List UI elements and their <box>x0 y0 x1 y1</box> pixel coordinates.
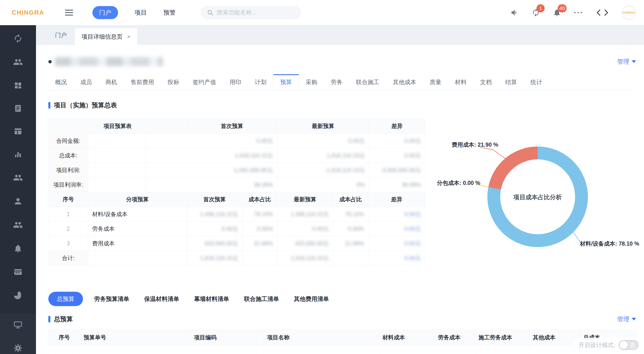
tab-portal[interactable]: 门户 <box>48 25 74 45</box>
tab-settlement[interactable]: 结算 <box>498 74 524 90</box>
cell-value: 0% <box>357 182 365 188</box>
table-row <box>48 346 636 354</box>
table-total-row: 合计: 1,918,119.15元 1,918,119.15元 0.00元 <box>48 251 425 266</box>
total-budget-table: 序号 预算单号 项目编码 项目名称 材料成本 劳务成本 施工劳务成本 其他成本 … <box>48 330 636 354</box>
left-sidebar <box>0 25 36 354</box>
dashboard-grid-icon[interactable] <box>13 81 23 90</box>
tab-presale-cost[interactable]: 售前费用 <box>124 74 161 90</box>
cell-value: 36.06% <box>254 182 273 188</box>
tab-bidding[interactable]: 投标 <box>161 74 186 90</box>
tab-overview[interactable]: 概况 <box>48 74 74 90</box>
nav-item-portal[interactable]: 门户 <box>92 6 118 19</box>
row-label: 合计: <box>48 251 88 266</box>
open-tabs-bar: 门户 项目详细信息页 × <box>36 25 644 45</box>
tab-statistics[interactable]: 统计 <box>524 74 549 90</box>
col-cost-ratio: 成本占比 <box>333 192 368 207</box>
user-icon[interactable] <box>13 196 23 206</box>
tab-seal[interactable]: 用印 <box>223 74 248 90</box>
table-row: 2 劳务成本 0.00元 0.00% 0.00元 0.00% 0.00元 <box>48 222 425 236</box>
document-list-icon[interactable] <box>13 104 23 113</box>
cell-value: 21.90% <box>254 240 273 246</box>
brand-logo: CHINGRA <box>12 9 44 16</box>
tab-labor[interactable]: 劳务 <box>324 74 349 90</box>
cell-value: 0.00% <box>348 226 364 232</box>
list-tab-joint-construction[interactable]: 联合施工清单 <box>244 295 279 303</box>
col-other-cost: 其他成本 <box>529 330 580 346</box>
nav-item-project[interactable]: 项目 <box>135 8 147 17</box>
notification-bell-icon[interactable]: 40 <box>552 8 562 17</box>
tab-label: 项目详细信息页 <box>82 33 122 41</box>
users-icon[interactable] <box>13 57 23 67</box>
donut-label-material-cost: 材料/设备成本: 78.10 % <box>580 240 639 248</box>
cell-value: 36.06% <box>402 182 421 188</box>
more-options-icon[interactable] <box>574 8 583 17</box>
manage-label: 管理 <box>617 315 630 323</box>
tab-contract-value[interactable]: 签约产值 <box>186 74 223 90</box>
close-icon[interactable]: × <box>127 34 130 40</box>
hamburger-menu-icon[interactable] <box>65 10 73 16</box>
tab-members[interactable]: 成员 <box>74 74 99 90</box>
list-tab-other-fee[interactable]: 其他费用清单 <box>294 295 329 303</box>
list-tab-labor-budget[interactable]: 劳务预算清单 <box>94 295 129 303</box>
tab-document[interactable]: 文档 <box>473 74 498 90</box>
tab-material[interactable]: 材料 <box>448 74 473 90</box>
list-tab-insulation-material[interactable]: 保温材料清单 <box>144 295 179 303</box>
detail-tabs: 概况 成员 商机 售前费用 投标 签约产值 用印 计划 预算 采购 劳务 联合施… <box>48 74 636 90</box>
tab-quality[interactable]: 质量 <box>423 74 448 90</box>
monitor-icon[interactable] <box>13 320 23 330</box>
manage-dropdown[interactable]: 管理 <box>617 315 636 323</box>
tab-opportunity[interactable]: 商机 <box>99 74 124 90</box>
col-diff: 差异 <box>369 119 425 134</box>
top-header: CHINGRA 门户 项目 预警 1 <box>0 0 644 25</box>
table-row: 1 材料/设备成本 1,498,119.15元 78.10% 1,498,119… <box>48 207 425 222</box>
user-avatar[interactable]: CHINGRA <box>622 6 636 20</box>
col-first-budget: 首次预算 <box>187 192 242 207</box>
volume-icon[interactable] <box>510 8 520 17</box>
bell-icon[interactable] <box>13 244 23 253</box>
cell-value: 420,000.00元 <box>295 240 329 246</box>
design-mode-widget: 开启设计模式: 否 <box>574 338 640 352</box>
budget-tables: 项目预算表 首次预算 最新预算 差异 合同金额: 0.00元 <box>48 118 425 268</box>
cell-value: -1,081,830.85元 <box>233 167 273 173</box>
row-label: 项目利润: <box>48 163 88 178</box>
sync-icon[interactable] <box>13 34 23 43</box>
layout-icon[interactable] <box>13 127 23 136</box>
tab-project-detail[interactable]: 项目详细信息页 × <box>75 28 137 45</box>
sidebar-bottom-section <box>0 314 36 354</box>
search-input[interactable] <box>217 9 295 16</box>
list-tab-total-budget[interactable]: 总预算 <box>48 292 83 306</box>
tab-joint-construction[interactable]: 联合施工 <box>349 74 386 90</box>
tab-procurement[interactable]: 采购 <box>299 74 324 90</box>
design-mode-toggle[interactable]: 否 <box>619 340 638 350</box>
budget-summary-table: 项目预算表 首次预算 最新预算 差异 合同金额: 0.00元 <box>48 118 425 192</box>
section-title: 项目（实施）预算总表 <box>54 101 117 110</box>
tab-budget[interactable]: 预算 <box>273 74 299 90</box>
donut-label-fee-cost: 费用成本: 21.90 % <box>452 141 498 148</box>
chevron-down-icon <box>632 318 636 320</box>
manage-dropdown[interactable]: 管理 <box>617 58 636 66</box>
sync-icon[interactable]: 1 <box>531 8 540 17</box>
cell-no: 3 <box>48 236 88 251</box>
nav-item-alert[interactable]: 预警 <box>164 8 176 17</box>
cell-value: 78.10% <box>254 211 273 217</box>
bar-chart-icon[interactable] <box>13 150 23 159</box>
card-icon[interactable] <box>13 267 23 277</box>
gear-icon[interactable] <box>13 343 23 353</box>
tab-plan[interactable]: 计划 <box>248 74 273 90</box>
cell-item: 材料/设备成本 <box>88 207 187 222</box>
cell-value: 420,000.00元 <box>204 240 238 246</box>
users-icon[interactable] <box>13 220 23 230</box>
cell-value: 21.90% <box>345 240 364 246</box>
tab-other-cost[interactable]: 其他成本 <box>386 74 423 90</box>
collapse-chevrons-icon[interactable] <box>594 8 610 17</box>
col-latest-budget: 最新预算 <box>277 119 369 134</box>
budget-summary-block: 项目预算表 首次预算 最新预算 差异 合同金额: 0.00元 <box>48 118 636 268</box>
global-search[interactable] <box>201 6 301 19</box>
donut-center-title: 项目成本占比分析 <box>504 193 571 201</box>
toggle-knob <box>620 341 628 349</box>
list-tab-curtainwall-material[interactable]: 幕墙材料清单 <box>194 295 229 303</box>
section-marker <box>48 316 50 322</box>
cell-value: 0.00元 <box>348 138 365 144</box>
pie-chart-icon[interactable] <box>13 290 23 300</box>
users-icon[interactable] <box>13 173 23 182</box>
